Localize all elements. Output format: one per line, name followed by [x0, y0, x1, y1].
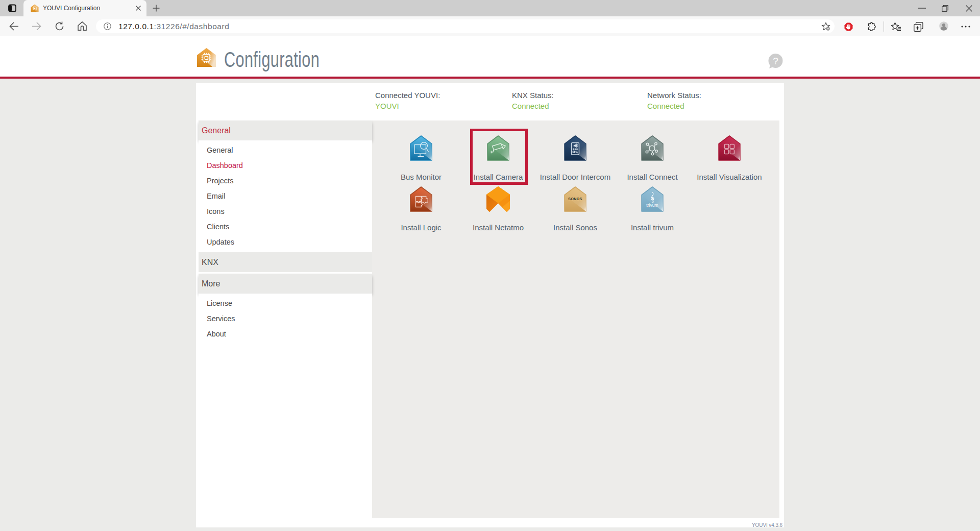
svg-text:?: ? [773, 56, 778, 66]
svg-text:SONOS: SONOS [568, 197, 582, 201]
svg-text:trivum: trivum [646, 203, 658, 208]
